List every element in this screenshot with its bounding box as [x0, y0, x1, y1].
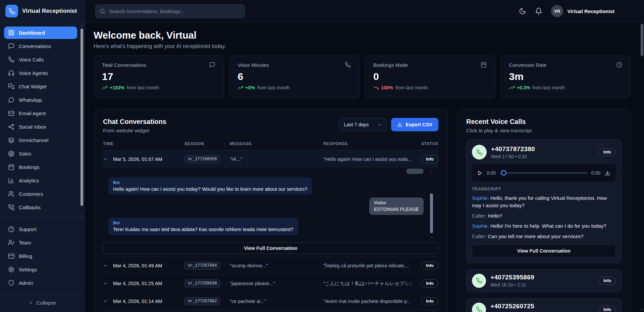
phone-callback-icon — [8, 204, 14, 211]
sidebar: Virtual Receptionist Dashboard Conversat… — [0, 0, 85, 312]
chevron-down-icon[interactable] — [430, 236, 433, 239]
table-row[interactable]: Mar 4, 2026, 01:14 AM vr_177257662 "ce p… — [103, 293, 438, 310]
sidebar-item-admin[interactable]: Admin — [4, 277, 80, 289]
status-badge[interactable]: Info — [421, 279, 438, 287]
row-time: Mar 4, 2026, 01:14 AM — [113, 299, 184, 304]
chevron-up-icon[interactable] — [103, 157, 108, 162]
table-row[interactable]: Mar 4, 2026, 01:49 AM vr_177257604 "scum… — [103, 257, 438, 275]
sidebar-item-team[interactable]: Team — [4, 236, 80, 249]
slider-thumb[interactable] — [501, 170, 506, 176]
chevron-down-icon — [377, 123, 382, 127]
status-badge[interactable]: Info — [421, 297, 438, 305]
date-range-value: Last 7 days — [344, 122, 369, 127]
scrollbar-thumb[interactable] — [80, 29, 83, 206]
voice-panel-subtitle: Click to play & view transcript — [466, 128, 622, 133]
scrollbar-thumb[interactable] — [430, 193, 433, 233]
view-full-conversation-button[interactable]: View Full Conversation — [103, 242, 438, 254]
chevron-down-icon[interactable] — [103, 299, 108, 304]
view-full-conversation-button[interactable]: View Full Conversation — [472, 244, 616, 257]
message-text: Hello again! How can I assist you today?… — [113, 186, 307, 192]
chevron-down-icon[interactable] — [640, 308, 644, 311]
table-row[interactable]: Mar 5, 2026, 01:07 AM vr_177266559 "HI..… — [103, 150, 438, 168]
sidebar-nav: Dashboard Conversations Voice Calls Voic… — [0, 23, 85, 219]
sidebar-secondary-nav: Support Team Billing Settings Admin — [0, 219, 85, 293]
sidebar-item-dashboard[interactable]: Dashboard — [4, 27, 77, 39]
chevron-down-icon[interactable] — [103, 281, 108, 286]
topbar: VR Virtual Receptionist — [85, 0, 644, 23]
main-area: VR Virtual Receptionist Welcome back, Vi… — [85, 0, 644, 312]
stat-trend-value: 100% — [381, 85, 393, 90]
chevron-up-icon[interactable] — [80, 24, 84, 27]
sidebar-item-label: Callbacks — [19, 205, 41, 210]
table-row[interactable] — [103, 310, 438, 312]
search-input[interactable] — [95, 4, 245, 18]
sidebar-item-sales[interactable]: Sales — [4, 147, 77, 160]
phone-icon — [476, 149, 483, 155]
trending-up-icon — [509, 85, 515, 90]
chevron-down-icon[interactable] — [103, 263, 108, 268]
avatar[interactable]: VR — [551, 5, 563, 17]
sidebar-item-analytics[interactable]: Analytics — [4, 174, 77, 187]
status-badge[interactable]: Info — [599, 277, 616, 285]
play-icon[interactable] — [477, 170, 482, 176]
sidebar-item-support[interactable]: Support — [4, 223, 80, 235]
sidebar-collapse-button[interactable]: Collapse — [0, 293, 85, 312]
session-badge: vr_177257604 — [184, 262, 220, 270]
sidebar-item-social-inbox[interactable]: Social Inbox — [4, 121, 77, 133]
download-icon[interactable] — [605, 170, 610, 176]
clock-icon — [616, 62, 622, 68]
sidebar-item-email-agent[interactable]: Email Agent — [4, 107, 77, 120]
sidebar-item-billing[interactable]: Billing — [4, 250, 80, 262]
status-badge[interactable]: Info — [599, 306, 616, 312]
sidebar-item-omnichannel[interactable]: Omnichannel — [4, 134, 77, 146]
session-badge: vr_177258030 — [184, 279, 220, 287]
status-badge[interactable]: Info — [421, 155, 438, 163]
date-range-select[interactable]: Last 7 days — [339, 118, 387, 131]
sidebar-item-whatsapp[interactable]: WhatsApp — [4, 94, 77, 106]
status-badge[interactable]: Info — [599, 148, 616, 156]
seek-slider[interactable] — [500, 170, 587, 176]
bell-icon[interactable] — [535, 7, 542, 15]
phone-icon — [345, 62, 351, 68]
phone-avatar — [472, 274, 486, 288]
sidebar-item-conversations[interactable]: Conversations — [4, 40, 77, 52]
call-meta: Wed 17:50 • 0:32 — [491, 154, 594, 159]
stat-value: 0 — [373, 71, 487, 82]
page-scrollbar[interactable] — [640, 23, 644, 312]
bot-message-bubble: Bot Hello again! How can I assist you to… — [108, 177, 312, 195]
voice-call-card[interactable]: +40725260725 Tue 12:39 • 0:47 Info — [466, 298, 622, 312]
sidebar-item-chat-widget[interactable]: Chat Widget — [4, 80, 77, 93]
sidebar-scrollbar[interactable] — [80, 24, 84, 218]
table-row[interactable]: Mar 4, 2026, 01:25 AM vr_177258030 "japa… — [103, 275, 438, 293]
status-badge[interactable]: Info — [421, 262, 438, 270]
sidebar-item-customers[interactable]: Customers — [4, 188, 77, 200]
row-time: Mar 5, 2026, 01:07 AM — [113, 157, 184, 162]
sidebar-item-voice-agents[interactable]: Voice Agents — [4, 67, 77, 79]
voice-call-card[interactable]: +40737872380 Wed 17:50 • 0:32 Info 0:00 … — [466, 139, 622, 263]
chevron-up-icon[interactable] — [430, 170, 433, 173]
sidebar-item-label: Chat Widget — [19, 84, 47, 89]
sidebar-item-bookings[interactable]: Bookings — [4, 161, 77, 173]
export-csv-button[interactable]: Export CSV — [391, 118, 438, 131]
sidebar-item-label: Settings — [19, 267, 37, 272]
sidebar-item-label: Voice Agents — [19, 70, 48, 76]
stat-value: 17 — [102, 71, 215, 82]
speaker-label: Caller: — [472, 233, 486, 239]
stat-label: Voice Minutes — [238, 62, 269, 68]
sidebar-item-voice-calls[interactable]: Voice Calls — [4, 53, 77, 66]
messages-viewport: Bot Hello again! How can I assist you to… — [103, 168, 438, 240]
row-message: "ce pachete ai..." — [230, 299, 323, 304]
scrollbar-thumb[interactable] — [641, 24, 643, 56]
voice-call-card[interactable]: +40725395869 Wed 16:10 • 2:11 Info — [466, 269, 622, 292]
sidebar-item-callbacks[interactable]: Callbacks — [4, 201, 77, 214]
row-time: Mar 4, 2026, 01:49 AM — [113, 263, 184, 268]
moon-icon[interactable] — [519, 7, 526, 15]
dashboard-grid-icon — [8, 30, 14, 36]
brand-name: Virtual Receptionist — [22, 8, 77, 14]
conversation-scrollbar[interactable] — [430, 170, 434, 239]
sidebar-item-settings[interactable]: Settings — [4, 263, 80, 276]
stats-row: Total Conversations 17 +183% from last m… — [94, 55, 631, 98]
chat-widget-icon — [8, 83, 14, 90]
chevron-down-icon[interactable] — [80, 215, 84, 218]
transcript-text: Hello? — [488, 213, 502, 219]
